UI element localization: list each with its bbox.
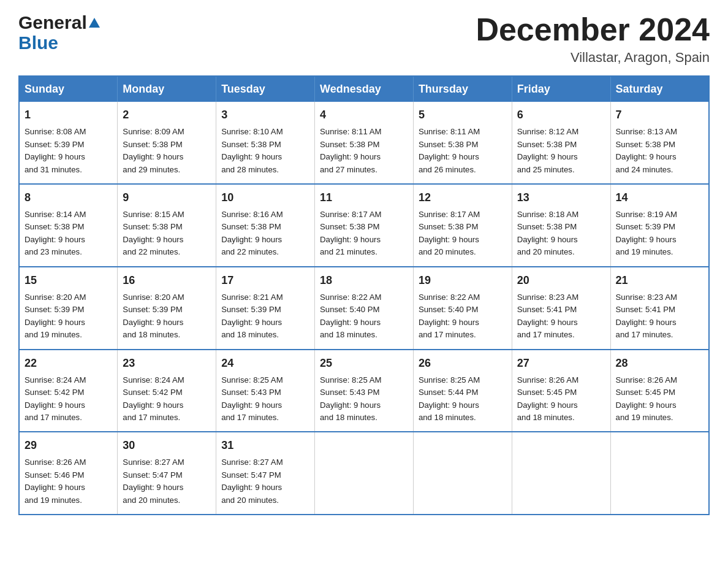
day-header-monday: Monday — [118, 76, 216, 102]
location-text: Villastar, Aragon, Spain — [476, 50, 710, 66]
day-number: 9 — [123, 190, 211, 206]
day-number: 18 — [320, 272, 408, 289]
day-info: Sunrise: 8:24 AMSunset: 5:42 PMDaylight:… — [25, 374, 112, 424]
calendar-cell: 2Sunrise: 8:09 AMSunset: 5:38 PMDaylight… — [118, 102, 216, 184]
calendar-cell: 10Sunrise: 8:16 AMSunset: 5:38 PMDayligh… — [216, 184, 315, 267]
calendar-cell: 20Sunrise: 8:23 AMSunset: 5:41 PMDayligh… — [512, 267, 610, 350]
day-number: 3 — [221, 107, 309, 123]
day-number: 23 — [123, 355, 211, 372]
day-info: Sunrise: 8:22 AMSunset: 5:40 PMDaylight:… — [320, 291, 408, 342]
calendar-week-2: 8Sunrise: 8:14 AMSunset: 5:38 PMDaylight… — [19, 184, 709, 267]
day-info: Sunrise: 8:26 AMSunset: 5:45 PMDaylight:… — [517, 374, 605, 424]
day-number: 31 — [221, 437, 309, 454]
calendar-cell: 7Sunrise: 8:13 AMSunset: 5:38 PMDaylight… — [610, 102, 709, 184]
logo-general-text: General — [18, 12, 100, 33]
day-number: 14 — [616, 190, 703, 206]
day-header-sunday: Sunday — [19, 76, 118, 102]
month-title: December 2024 — [476, 12, 710, 47]
calendar-cell: 21Sunrise: 8:23 AMSunset: 5:41 PMDayligh… — [610, 267, 709, 350]
calendar-cell: 29Sunrise: 8:26 AMSunset: 5:46 PMDayligh… — [19, 432, 118, 515]
day-info: Sunrise: 8:26 AMSunset: 5:45 PMDaylight:… — [616, 374, 703, 424]
day-number: 26 — [419, 355, 507, 372]
day-info: Sunrise: 8:22 AMSunset: 5:40 PMDaylight:… — [419, 291, 507, 342]
calendar-cell: 24Sunrise: 8:25 AMSunset: 5:43 PMDayligh… — [216, 350, 315, 432]
day-number: 12 — [419, 190, 507, 206]
calendar-header-row: SundayMondayTuesdayWednesdayThursdayFrid… — [19, 76, 709, 102]
day-info: Sunrise: 8:17 AMSunset: 5:38 PMDaylight:… — [419, 209, 507, 259]
calendar-cell: 13Sunrise: 8:18 AMSunset: 5:38 PMDayligh… — [512, 184, 610, 267]
day-header-tuesday: Tuesday — [216, 76, 315, 102]
calendar-week-4: 22Sunrise: 8:24 AMSunset: 5:42 PMDayligh… — [19, 350, 709, 432]
calendar-table: SundayMondayTuesdayWednesdayThursdayFrid… — [18, 75, 710, 515]
day-info: Sunrise: 8:11 AMSunset: 5:38 PMDaylight:… — [419, 126, 507, 176]
calendar-cell: 28Sunrise: 8:26 AMSunset: 5:45 PMDayligh… — [610, 350, 709, 432]
day-info: Sunrise: 8:09 AMSunset: 5:38 PMDaylight:… — [123, 126, 211, 176]
day-info: Sunrise: 8:11 AMSunset: 5:38 PMDaylight:… — [320, 126, 408, 176]
calendar-cell: 11Sunrise: 8:17 AMSunset: 5:38 PMDayligh… — [315, 184, 414, 267]
calendar-week-5: 29Sunrise: 8:26 AMSunset: 5:46 PMDayligh… — [19, 432, 709, 515]
calendar-cell: 16Sunrise: 8:20 AMSunset: 5:39 PMDayligh… — [118, 267, 216, 350]
day-number: 27 — [517, 355, 605, 372]
calendar-cell: 8Sunrise: 8:14 AMSunset: 5:38 PMDaylight… — [19, 184, 118, 267]
day-info: Sunrise: 8:08 AMSunset: 5:39 PMDaylight:… — [25, 126, 112, 176]
day-number: 8 — [25, 190, 112, 206]
page-header: General Blue December 2024 Villastar, Ar… — [18, 12, 710, 66]
calendar-cell: 22Sunrise: 8:24 AMSunset: 5:42 PMDayligh… — [19, 350, 118, 432]
day-number: 17 — [221, 272, 309, 289]
day-info: Sunrise: 8:24 AMSunset: 5:42 PMDaylight:… — [123, 374, 211, 424]
day-header-thursday: Thursday — [413, 76, 512, 102]
day-number: 6 — [517, 107, 605, 123]
calendar-cell: 6Sunrise: 8:12 AMSunset: 5:38 PMDaylight… — [512, 102, 610, 184]
calendar-cell: 4Sunrise: 8:11 AMSunset: 5:38 PMDaylight… — [315, 102, 414, 184]
calendar-cell: 31Sunrise: 8:27 AMSunset: 5:47 PMDayligh… — [216, 432, 315, 515]
day-info: Sunrise: 8:17 AMSunset: 5:38 PMDaylight:… — [320, 209, 408, 259]
day-number: 2 — [123, 107, 211, 123]
day-number: 1 — [25, 107, 112, 123]
day-number: 4 — [320, 107, 408, 123]
calendar-cell: 26Sunrise: 8:25 AMSunset: 5:44 PMDayligh… — [413, 350, 512, 432]
day-info: Sunrise: 8:20 AMSunset: 5:39 PMDaylight:… — [25, 291, 112, 342]
day-number: 21 — [616, 272, 703, 289]
day-header-wednesday: Wednesday — [315, 76, 414, 102]
calendar-cell — [512, 432, 610, 515]
day-number: 11 — [320, 190, 408, 206]
day-info: Sunrise: 8:25 AMSunset: 5:43 PMDaylight:… — [221, 374, 309, 424]
day-info: Sunrise: 8:19 AMSunset: 5:39 PMDaylight:… — [616, 209, 703, 259]
day-info: Sunrise: 8:25 AMSunset: 5:44 PMDaylight:… — [419, 374, 507, 424]
day-number: 28 — [616, 355, 703, 372]
day-number: 13 — [517, 190, 605, 206]
day-info: Sunrise: 8:27 AMSunset: 5:47 PMDaylight:… — [123, 456, 211, 507]
day-info: Sunrise: 8:27 AMSunset: 5:47 PMDaylight:… — [221, 456, 309, 507]
calendar-cell: 5Sunrise: 8:11 AMSunset: 5:38 PMDaylight… — [413, 102, 512, 184]
day-header-saturday: Saturday — [610, 76, 709, 102]
calendar-cell: 18Sunrise: 8:22 AMSunset: 5:40 PMDayligh… — [315, 267, 414, 350]
calendar-cell: 9Sunrise: 8:15 AMSunset: 5:38 PMDaylight… — [118, 184, 216, 267]
calendar-week-3: 15Sunrise: 8:20 AMSunset: 5:39 PMDayligh… — [19, 267, 709, 350]
calendar-cell: 15Sunrise: 8:20 AMSunset: 5:39 PMDayligh… — [19, 267, 118, 350]
day-info: Sunrise: 8:12 AMSunset: 5:38 PMDaylight:… — [517, 126, 605, 176]
calendar-week-1: 1Sunrise: 8:08 AMSunset: 5:39 PMDaylight… — [19, 102, 709, 184]
day-number: 7 — [616, 107, 703, 123]
day-number: 30 — [123, 437, 211, 454]
day-number: 24 — [221, 355, 309, 372]
day-number: 20 — [517, 272, 605, 289]
calendar-cell — [413, 432, 512, 515]
calendar-cell: 23Sunrise: 8:24 AMSunset: 5:42 PMDayligh… — [118, 350, 216, 432]
day-info: Sunrise: 8:25 AMSunset: 5:43 PMDaylight:… — [320, 374, 408, 424]
day-info: Sunrise: 8:14 AMSunset: 5:38 PMDaylight:… — [25, 209, 112, 259]
day-info: Sunrise: 8:21 AMSunset: 5:39 PMDaylight:… — [221, 291, 309, 342]
day-number: 25 — [320, 355, 408, 372]
day-number: 29 — [25, 437, 112, 454]
calendar-cell: 1Sunrise: 8:08 AMSunset: 5:39 PMDaylight… — [19, 102, 118, 184]
day-number: 15 — [25, 272, 112, 289]
calendar-cell — [315, 432, 414, 515]
calendar-cell: 14Sunrise: 8:19 AMSunset: 5:39 PMDayligh… — [610, 184, 709, 267]
day-info: Sunrise: 8:10 AMSunset: 5:38 PMDaylight:… — [221, 126, 309, 176]
calendar-cell: 19Sunrise: 8:22 AMSunset: 5:40 PMDayligh… — [413, 267, 512, 350]
day-info: Sunrise: 8:18 AMSunset: 5:38 PMDaylight:… — [517, 209, 605, 259]
calendar-cell: 30Sunrise: 8:27 AMSunset: 5:47 PMDayligh… — [118, 432, 216, 515]
logo-triangle-icon — [89, 18, 100, 28]
day-number: 19 — [419, 272, 507, 289]
day-info: Sunrise: 8:13 AMSunset: 5:38 PMDaylight:… — [616, 126, 703, 176]
calendar-cell — [610, 432, 709, 515]
